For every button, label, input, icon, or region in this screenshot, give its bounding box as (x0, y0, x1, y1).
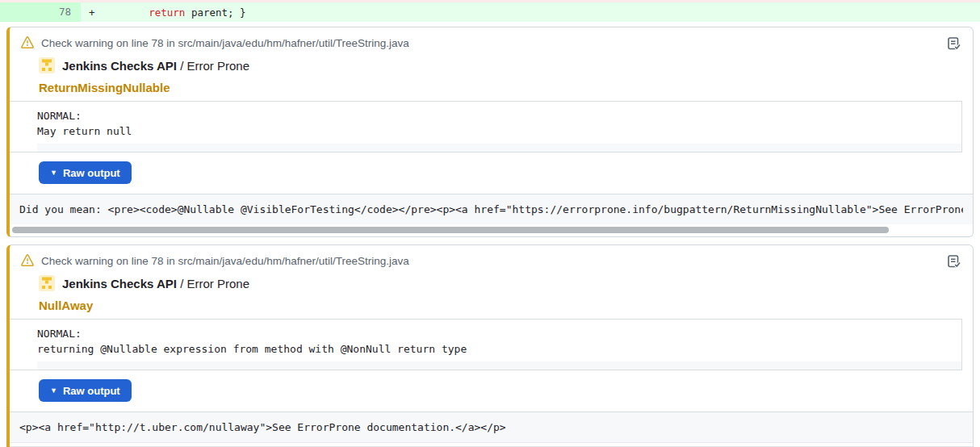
rule-heading: ReturnMissingNullable (39, 81, 973, 96)
raw-output-block: Did you mean: <pre><code>@Nullable @Visi… (10, 194, 973, 224)
code-rest: parent; } (185, 6, 245, 19)
message-scrollbar-track[interactable] (37, 144, 961, 152)
annotation-header: Check warning on line 78 in src/main/jav… (10, 27, 973, 55)
diff-add-marker: + (81, 6, 100, 19)
annotation-message: May return null (37, 123, 961, 139)
annotation-header-text: Check warning on line 78 in src/main/jav… (41, 255, 409, 267)
message-scrollbar-track[interactable] (37, 361, 961, 370)
checks-annotations-page: 78 + return parent; } Check warning on l… (0, 0, 980, 447)
raw-output-text: Did you mean: <pre><code>@Nullable @Visi… (19, 203, 963, 216)
raw-output-text: <p><a href="http://t.uber.com/nullaway">… (19, 421, 963, 434)
tool-name: Jenkins Checks API (62, 59, 177, 73)
raw-output-button-label: Raw output (63, 167, 120, 179)
raw-output-button[interactable]: ▼ Raw output (39, 379, 132, 402)
annotation-header-text: Check warning on line 78 in src/main/jav… (41, 37, 409, 49)
warning-triangle-icon (21, 36, 34, 49)
raw-output-button-label: Raw output (63, 385, 120, 397)
code-indent (100, 6, 149, 19)
code-keyword: return (149, 6, 185, 19)
scrollbar-thumb[interactable] (12, 227, 889, 233)
annotation-severity: NORMAL: (37, 108, 961, 123)
annotation-header: Check warning on line 78 in src/main/jav… (10, 245, 973, 273)
annotation-message: returning @Nullable expression from meth… (37, 341, 961, 357)
raw-output-button[interactable]: ▼ Raw output (39, 161, 132, 184)
chevron-down-icon: ▼ (50, 387, 57, 395)
chevron-down-icon: ▼ (50, 169, 57, 177)
tool-name: Jenkins Checks API (62, 277, 177, 290)
warning-triangle-icon (21, 254, 34, 267)
diff-line-number[interactable]: 78 (0, 2, 81, 22)
raw-output-block: <p><a href="http://t.uber.com/nullaway">… (10, 411, 973, 442)
jenkins-avatar (39, 275, 55, 291)
tool-suffix: / Error Prone (177, 59, 249, 73)
check-annotation-card: Check warning on line 78 in src/main/jav… (6, 27, 974, 237)
annotation-message-panel: NORMAL: May return null (10, 101, 962, 152)
rule-heading: NullAway (39, 299, 973, 314)
tool-row: Jenkins Checks API / Error Prone (39, 274, 973, 292)
jenkins-avatar (39, 57, 55, 73)
annotation-message-panel: NORMAL: returning @Nullable expression f… (10, 319, 962, 370)
diff-added-line: 78 + return parent; } (0, 2, 980, 22)
tool-row: Jenkins Checks API / Error Prone (39, 56, 973, 74)
tool-suffix: / Error Prone (177, 277, 249, 290)
checklist-icon[interactable] (947, 254, 961, 269)
checklist-icon[interactable] (947, 36, 961, 51)
check-annotation-card: Check warning on line 78 in src/main/jav… (6, 244, 974, 447)
diff-code: return parent; } (100, 6, 246, 19)
annotation-severity: NORMAL: (37, 326, 961, 341)
raw-output-scrollbar[interactable] (10, 224, 973, 236)
